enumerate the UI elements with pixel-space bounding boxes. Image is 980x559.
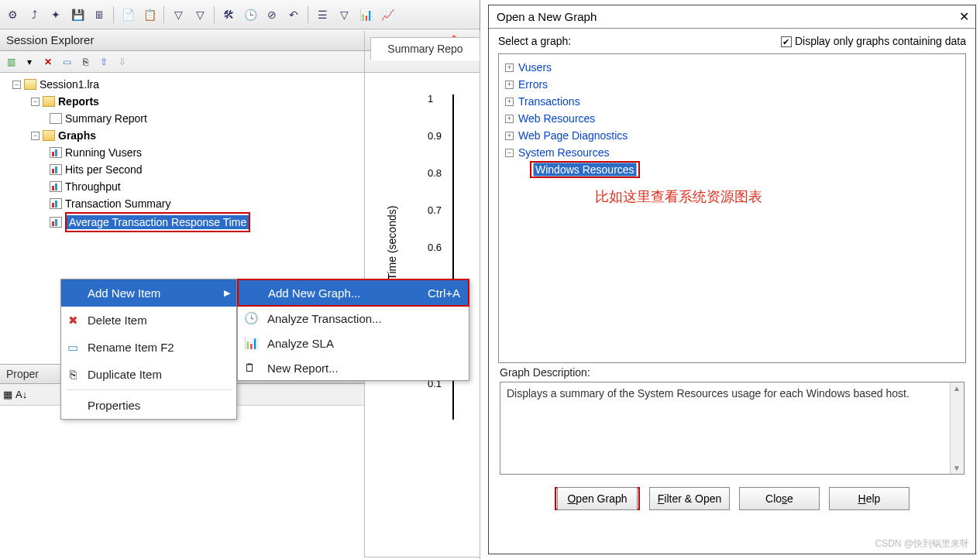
filter-icon[interactable]: ▽ bbox=[191, 5, 209, 24]
context-menu: Add New Item▶ ✖Delete Item ▭Rename Item … bbox=[60, 279, 237, 420]
graph-cat[interactable]: +Errors bbox=[502, 76, 962, 93]
close-icon[interactable]: ✕ bbox=[959, 9, 969, 24]
dialog-button-row: Open Graph Filter & Open Close Help bbox=[489, 481, 975, 516]
menu-add-new-item[interactable]: Add New Item▶ bbox=[61, 280, 236, 307]
open-graph-button-wrap: Open Graph bbox=[555, 487, 640, 510]
rename-icon[interactable]: ▭ bbox=[59, 54, 74, 70]
context-submenu: Add New Graph...Ctrl+A 🕓Analyze Transact… bbox=[237, 279, 469, 381]
main-toolbar: ⚙ ⤴ ✦ 💾 🗏 📄 📋 ▽ ▽ 🛠 🕒 ⊘ ↶ ☰ ▽ 📊 📈 bbox=[0, 0, 480, 29]
copy-icon[interactable]: ⎘ bbox=[77, 54, 93, 70]
filter-icon[interactable]: ▽ bbox=[335, 5, 353, 24]
sla-icon: 📊 bbox=[244, 336, 258, 350]
submenu-add-new-graph[interactable]: Add New Graph...Ctrl+A bbox=[239, 280, 468, 305]
toolbar-icon[interactable]: 🛠 bbox=[219, 5, 238, 24]
graph-cat[interactable]: +Web Resources bbox=[502, 110, 962, 127]
close-button[interactable]: Close bbox=[739, 487, 820, 510]
graph-cat[interactable]: +Vusers bbox=[502, 59, 962, 76]
menu-rename-item[interactable]: ▭Rename Item F2 bbox=[61, 334, 236, 361]
help-button[interactable]: Help bbox=[829, 487, 910, 510]
toolbar-icon[interactable]: ⤴ bbox=[25, 5, 43, 24]
undo-icon[interactable]: ↶ bbox=[284, 5, 303, 24]
dropdown-icon[interactable]: ▾ bbox=[22, 54, 37, 70]
toolbar-icon[interactable]: 📋 bbox=[140, 5, 159, 24]
props-icon[interactable]: ▦ bbox=[3, 389, 12, 400]
delete-icon[interactable]: ✕ bbox=[40, 54, 56, 70]
toolbar-icon[interactable]: 📄 bbox=[119, 5, 137, 24]
graph-cat[interactable]: +Web Page Diagnostics bbox=[502, 127, 962, 144]
display-only-checkbox[interactable]: ✔Display only graphs containing data bbox=[781, 35, 966, 47]
graph-item-windows-resources[interactable]: Windows Resources bbox=[502, 161, 962, 178]
annotation-text: 比如这里查看系统资源图表 bbox=[595, 187, 962, 206]
add-icon[interactable]: ▥ bbox=[3, 54, 19, 70]
toolbar-icon[interactable]: ☰ bbox=[313, 5, 332, 24]
filter-icon[interactable]: ▽ bbox=[169, 5, 187, 24]
delete-icon: ✖ bbox=[66, 314, 80, 328]
watermark: CSDN @快到锅里来呀 bbox=[875, 537, 969, 550]
save-icon[interactable]: 💾 bbox=[68, 5, 87, 24]
props-sort-icon[interactable]: A↓ bbox=[15, 389, 27, 400]
down-icon[interactable]: ⇩ bbox=[115, 54, 130, 70]
summary-report-tab[interactable]: Summary Repo bbox=[370, 37, 480, 60]
toolbar-icon[interactable]: ⊘ bbox=[263, 5, 281, 24]
open-new-graph-dialog: Open a New Graph ✕ Select a graph: ✔Disp… bbox=[488, 5, 976, 554]
submenu-analyze-transaction[interactable]: 🕓Analyze Transaction... bbox=[238, 306, 469, 331]
graph-category-tree: +Vusers +Errors +Transactions +Web Resou… bbox=[498, 53, 966, 363]
submenu-analyze-sla[interactable]: 📊Analyze SLA bbox=[238, 331, 469, 355]
toolbar-icon[interactable]: 📊 bbox=[356, 5, 375, 24]
dialog-title: Open a New Graph bbox=[497, 10, 597, 23]
clock-icon[interactable]: 🕒 bbox=[241, 5, 260, 24]
report-icon: 🗒 bbox=[244, 361, 258, 375]
menu-delete-item[interactable]: ✖Delete Item bbox=[61, 307, 236, 334]
scrollbar[interactable] bbox=[950, 382, 964, 474]
session-explorer-title: Session Explorer bbox=[6, 33, 94, 46]
toolbar-icon[interactable]: ⚙ bbox=[3, 5, 22, 24]
graph-description-label: Graph Description: bbox=[489, 366, 975, 379]
up-icon[interactable]: ⇧ bbox=[96, 54, 112, 70]
clock-icon: 🕓 bbox=[244, 311, 258, 325]
chevron-right-icon: ▶ bbox=[224, 288, 230, 298]
menu-duplicate-item[interactable]: ⎘Duplicate Item bbox=[61, 361, 236, 388]
menu-properties[interactable]: Properties bbox=[61, 392, 236, 419]
toolbar-icon[interactable]: ✦ bbox=[46, 5, 65, 24]
dialog-titlebar: Open a New Graph ✕ bbox=[489, 5, 975, 29]
copy-icon: ⎘ bbox=[66, 368, 80, 382]
chart-icon[interactable]: 📈 bbox=[378, 5, 397, 24]
select-graph-label: Select a graph: bbox=[498, 35, 571, 47]
graph-description-box: Displays a summary of the System Resourc… bbox=[500, 382, 965, 475]
graph-cat-system-resources[interactable]: −System Resources bbox=[502, 144, 962, 161]
filter-open-button[interactable]: Filter & Open bbox=[649, 487, 730, 510]
submenu-new-report[interactable]: 🗒New Report... bbox=[238, 355, 469, 380]
toolbar-icon[interactable]: 🗏 bbox=[90, 5, 108, 24]
graph-cat[interactable]: +Transactions bbox=[502, 93, 962, 110]
open-graph-button[interactable]: Open Graph bbox=[557, 487, 638, 510]
rename-icon: ▭ bbox=[66, 341, 80, 355]
